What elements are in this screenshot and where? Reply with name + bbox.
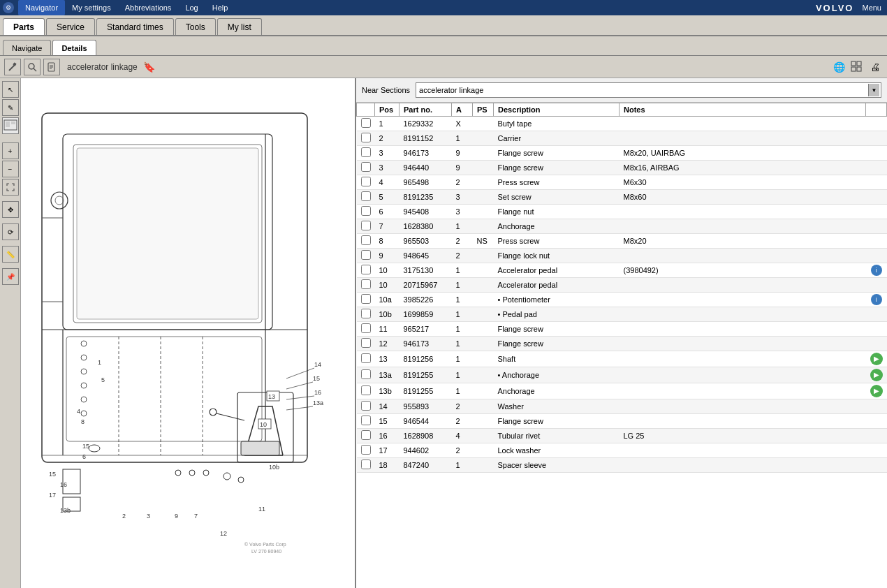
nav-item-mysettings[interactable]: My settings [65, 0, 118, 15]
toolbar: accelerator linkage 🔖 🌐 🖨 [0, 56, 887, 78]
row-icon [866, 175, 887, 190]
row-checkbox[interactable] [361, 430, 371, 440]
sub-tab-details[interactable]: Details [52, 40, 96, 55]
row-checkbox[interactable] [361, 177, 371, 186]
zoom-icon-btn[interactable] [24, 59, 41, 75]
green-arrow-icon[interactable]: ▶ [870, 353, 883, 365]
nav-item-navigator[interactable]: Navigator [18, 0, 65, 15]
svg-text:15: 15 [49, 471, 56, 478]
row-pos: 3 [375, 161, 399, 175]
svg-line-0 [9, 65, 15, 71]
row-partno: 965217 [399, 322, 452, 337]
row-checkbox[interactable] [361, 369, 371, 379]
row-checkbox[interactable] [361, 353, 371, 363]
parts-table-container[interactable]: Pos Part no. A PS Description Notes 1162… [356, 103, 887, 588]
row-notes: (3980492) [620, 263, 866, 278]
row-checkbox[interactable] [361, 133, 371, 142]
row-pos: 3 [375, 146, 399, 161]
table-row: 10b16998591• Pedal pad [357, 307, 887, 322]
row-ps [473, 190, 494, 205]
row-checkbox[interactable] [361, 385, 371, 395]
diagram-svg-area[interactable]: 1 5 15 15 16 17 13b 2 3 9 7 12 11 10b [21, 78, 355, 588]
row-checkbox[interactable] [361, 445, 371, 455]
nav-item-abbreviations[interactable]: Abbreviations [118, 0, 179, 15]
row-ps [473, 293, 494, 307]
tool-thumbnail[interactable] [2, 117, 19, 134]
row-checkbox[interactable] [361, 235, 371, 245]
tool-arrow[interactable]: ↖ [2, 81, 19, 98]
row-a: 2 [452, 414, 473, 429]
table-row: 10207159671Accelerator pedal [357, 278, 887, 293]
dropdown-arrow-icon[interactable]: ▼ [868, 84, 879, 96]
row-a: 4 [452, 429, 473, 443]
table-row: 13b81912551Anchorage▶ [357, 383, 887, 399]
wrench-icon-btn[interactable] [4, 59, 21, 75]
globe-icon-btn[interactable]: 🌐 [831, 59, 846, 75]
sub-tab-navigate[interactable]: Navigate [3, 40, 51, 55]
row-description: Lock washer [494, 443, 620, 458]
tool-pencil[interactable]: ✎ [2, 99, 19, 116]
row-checkbox[interactable] [361, 191, 371, 201]
row-pos: 16 [375, 429, 399, 443]
svg-text:8: 8 [81, 418, 85, 425]
row-partno: 965498 [399, 175, 452, 190]
tool-rotate[interactable]: ⟳ [2, 223, 19, 240]
info-icon[interactable]: i [871, 294, 882, 305]
row-notes [620, 443, 866, 458]
row-checkbox[interactable] [361, 416, 371, 425]
svg-text:2: 2 [122, 513, 126, 520]
row-pos: 7 [375, 219, 399, 234]
tab-my-list[interactable]: My list [217, 18, 262, 35]
row-checkbox[interactable] [361, 294, 371, 304]
tab-parts[interactable]: Parts [3, 18, 45, 35]
row-checkbox[interactable] [361, 323, 371, 333]
tab-service[interactable]: Service [46, 18, 95, 35]
tool-pin[interactable]: 📌 [2, 268, 19, 285]
row-checkbox[interactable] [361, 265, 371, 274]
row-checkbox[interactable] [361, 221, 371, 230]
bookmark-icon[interactable]: 🔖 [143, 61, 155, 73]
tool-fit[interactable] [2, 179, 19, 196]
row-checkbox[interactable] [361, 250, 371, 260]
tool-move[interactable]: ✥ [2, 201, 19, 218]
nav-item-help[interactable]: Help [205, 0, 235, 15]
row-description: Washer [494, 399, 620, 414]
row-checkbox[interactable] [361, 338, 371, 348]
row-checkbox[interactable] [361, 279, 371, 289]
row-a: 3 [452, 205, 473, 219]
info-icon[interactable]: i [871, 265, 882, 276]
row-pos: 15 [375, 414, 399, 429]
row-icon: ▶ [866, 367, 887, 383]
document-icon-btn[interactable] [43, 59, 60, 75]
nav-item-log[interactable]: Log [178, 0, 205, 15]
near-sections-dropdown[interactable]: accelerator linkage ▼ [416, 82, 881, 98]
print-icon-btn[interactable]: 🖨 [867, 59, 883, 75]
tool-measure[interactable]: 📏 [2, 246, 19, 263]
row-pos: 4 [375, 175, 399, 190]
tool-zoom-out[interactable]: − [2, 161, 19, 177]
row-checkbox[interactable] [361, 309, 371, 318]
green-arrow-icon[interactable]: ▶ [870, 385, 883, 397]
row-notes [620, 322, 866, 337]
row-pos: 17 [375, 443, 399, 458]
tab-standard-times[interactable]: Standard times [96, 18, 174, 35]
green-arrow-icon[interactable]: ▶ [870, 369, 883, 381]
row-checkbox[interactable] [361, 118, 371, 128]
row-checkbox[interactable] [361, 147, 371, 157]
row-partno: 1699859 [399, 307, 452, 322]
svg-rect-9 [857, 61, 861, 66]
row-icon [866, 414, 887, 429]
grid-icon-btn[interactable] [849, 59, 865, 75]
row-a: 1 [452, 458, 473, 473]
row-partno: 1628380 [399, 219, 452, 234]
menu-button[interactable]: Menu [859, 3, 884, 13]
row-checkbox[interactable] [361, 162, 371, 172]
tool-zoom-in[interactable]: + [2, 142, 19, 159]
svg-text:11: 11 [258, 506, 265, 513]
row-partno: 8191152 [399, 131, 452, 146]
tab-tools[interactable]: Tools [175, 18, 216, 35]
row-a: 2 [452, 399, 473, 414]
row-checkbox[interactable] [361, 401, 371, 411]
row-checkbox[interactable] [361, 206, 371, 216]
row-checkbox[interactable] [361, 460, 371, 469]
